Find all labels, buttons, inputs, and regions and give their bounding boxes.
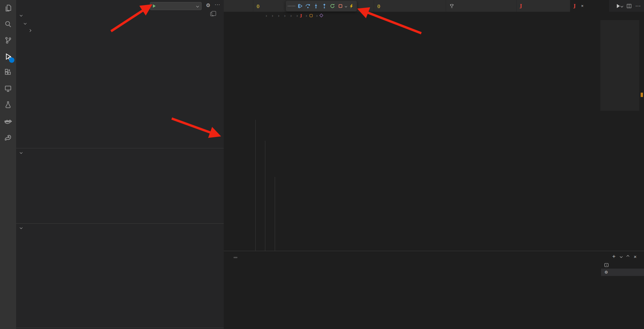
debug-toolbar	[286, 1, 357, 11]
terminal-item-zsh[interactable]: >	[601, 261, 644, 269]
method-symbol-icon	[319, 13, 323, 17]
indent-guide	[275, 177, 275, 251]
breadcrumb-item-class[interactable]	[310, 14, 314, 17]
breadcrumb-item-method[interactable]	[320, 14, 324, 17]
chevron-down-icon	[20, 151, 22, 154]
tab-settings-json-user[interactable]: {}	[374, 0, 446, 12]
json-icon: {}	[377, 4, 380, 8]
hot-code-replace-lightning-icon[interactable]	[348, 2, 355, 10]
drag-handle-icon[interactable]	[288, 2, 295, 10]
play-icon	[617, 4, 620, 8]
chevron-down-icon	[24, 22, 26, 25]
java-icon: J	[574, 3, 576, 8]
tab-configure-java-runtime[interactable]	[446, 0, 517, 12]
docker-icon[interactable]	[0, 113, 16, 130]
chevron-down-icon	[20, 226, 22, 229]
stop-icon[interactable]	[337, 2, 344, 10]
tab-start-java[interactable]: J ×	[570, 0, 609, 12]
minimap[interactable]	[600, 19, 639, 251]
variables-section-header[interactable]	[16, 11, 224, 19]
editor-more-actions-icon[interactable]: ···	[635, 3, 641, 9]
tab-problems[interactable]	[231, 254, 237, 261]
section-divider	[16, 223, 224, 224]
overview-ruler-marker	[641, 93, 643, 97]
bottom-panel: + × > ⚙	[224, 251, 644, 329]
chevron-down-icon	[621, 4, 623, 7]
step-out-icon[interactable]	[321, 2, 328, 10]
debug-badge	[9, 57, 14, 63]
restart-icon[interactable]	[329, 2, 336, 10]
indent-guide	[265, 141, 265, 251]
indent-guide	[255, 120, 256, 251]
continue-icon[interactable]	[297, 2, 303, 10]
debug-gear-icon: ⚙	[604, 270, 608, 275]
json-icon: {}	[257, 4, 260, 8]
java-icon: J	[520, 3, 522, 8]
class-symbol-icon	[310, 14, 313, 17]
run-play-icon	[153, 4, 156, 8]
new-terminal-icon[interactable]: +	[612, 253, 615, 260]
maximize-panel-icon[interactable]	[627, 255, 629, 258]
run-config-dropdown[interactable]	[150, 2, 202, 10]
gear-icon[interactable]: ⚙	[206, 2, 210, 8]
run-java-button[interactable]	[617, 4, 623, 8]
gradle-icon[interactable]	[0, 130, 16, 146]
extensions-icon[interactable]	[0, 64, 16, 81]
close-icon[interactable]: ×	[581, 3, 584, 8]
editor-group: {} {} J J × ···	[224, 0, 644, 329]
step-over-icon[interactable]	[305, 2, 311, 10]
activity-bar	[0, 0, 16, 329]
terminal-list: > ⚙	[601, 261, 644, 276]
breakpoints-section-divider	[16, 328, 224, 328]
variables-scope-local[interactable]	[16, 19, 224, 27]
breadcrumb: › › › › › › J› ›	[224, 12, 644, 19]
tab-clitoolstest-java[interactable]: J	[517, 0, 570, 12]
explorer-icon[interactable]	[0, 0, 16, 16]
split-editor-icon[interactable]	[627, 4, 631, 8]
watch-section-header[interactable]	[16, 149, 224, 156]
chevron-down-icon	[20, 14, 22, 16]
terminal-icon: >	[604, 263, 608, 267]
tab-launch-json[interactable]	[224, 0, 253, 12]
chevron-right-icon	[29, 29, 31, 32]
problems-count-badge	[233, 257, 237, 258]
source-control-icon[interactable]	[0, 32, 16, 48]
variable-args-row[interactable]	[16, 27, 224, 34]
call-stack-section-header[interactable]	[16, 224, 224, 231]
trophy-icon	[449, 4, 454, 8]
breadcrumb-item-file[interactable]: J	[300, 13, 303, 18]
close-panel-icon[interactable]: ×	[634, 254, 637, 260]
stop-menu-chevron-icon[interactable]	[345, 5, 347, 7]
chevron-down-icon[interactable]	[620, 255, 623, 258]
remote-explorer-icon[interactable]	[0, 81, 16, 97]
chevron-down-icon	[196, 5, 199, 7]
more-actions-icon[interactable]: ···	[215, 2, 220, 7]
search-icon[interactable]	[0, 16, 16, 32]
code-editor[interactable]	[224, 19, 644, 251]
testing-icon[interactable]	[0, 97, 16, 113]
section-divider	[16, 148, 224, 148]
step-into-icon[interactable]	[313, 2, 319, 10]
java-icon: J	[300, 13, 302, 18]
run-and-debug-icon[interactable]	[0, 48, 16, 64]
terminal-item-debug-start[interactable]: ⚙	[601, 269, 644, 276]
debug-sidebar: ⚙ ···	[16, 0, 224, 329]
